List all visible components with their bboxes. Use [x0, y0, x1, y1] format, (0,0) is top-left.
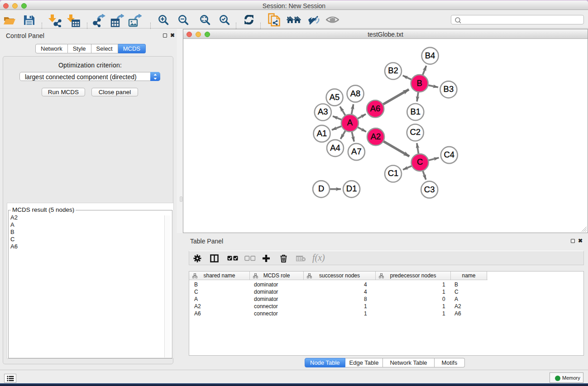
svg-text:A1: A1	[317, 129, 327, 138]
svg-text:A3: A3	[318, 107, 328, 116]
svg-text:A8: A8	[350, 89, 361, 98]
svg-text:C2: C2	[410, 127, 421, 137]
svg-text:D: D	[318, 184, 324, 193]
svg-text:A6: A6	[370, 104, 381, 113]
svg-text:B4: B4	[425, 51, 435, 60]
svg-text:A7: A7	[351, 147, 362, 156]
svg-text:C3: C3	[424, 185, 435, 194]
svg-text:B: B	[417, 78, 422, 88]
svg-text:B1: B1	[410, 107, 421, 116]
svg-text:B3: B3	[444, 84, 454, 94]
svg-text:C1: C1	[388, 168, 399, 178]
svg-text:C4: C4	[444, 150, 454, 159]
svg-text:A: A	[347, 118, 353, 127]
svg-text:A5: A5	[330, 92, 340, 102]
svg-text:C: C	[417, 157, 423, 167]
svg-text:A2: A2	[371, 132, 381, 141]
svg-text:D1: D1	[346, 184, 357, 193]
svg-text:A4: A4	[330, 143, 340, 152]
svg-text:B2: B2	[388, 66, 398, 75]
